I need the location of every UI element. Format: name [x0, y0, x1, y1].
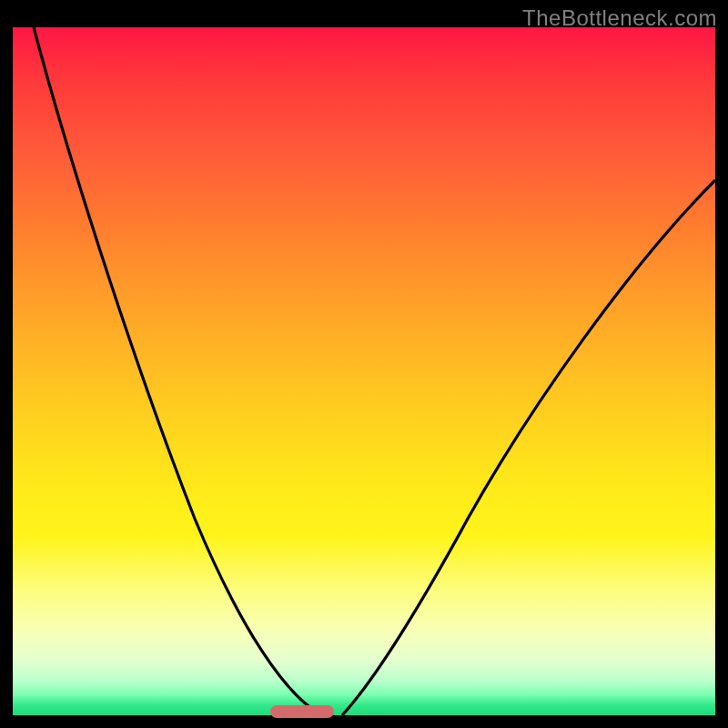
watermark-text: TheBottleneck.com — [522, 5, 717, 31]
optimal-range-marker — [270, 705, 334, 718]
curve-right-branch — [342, 180, 715, 715]
bottleneck-curve — [13, 27, 715, 715]
chart-plot-area — [13, 27, 715, 715]
curve-left-branch — [34, 27, 322, 715]
